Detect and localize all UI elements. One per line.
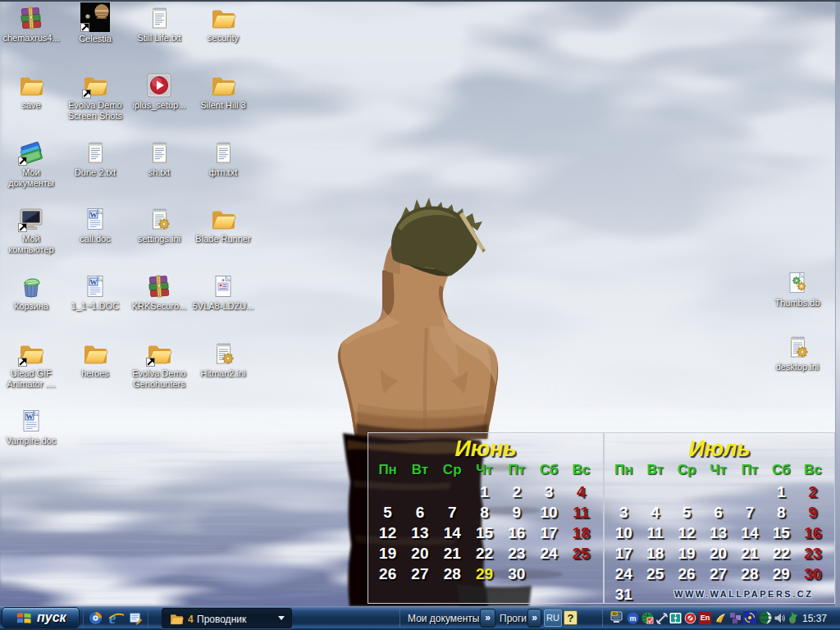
svg-text:m: m — [629, 614, 636, 623]
svg-text:99: 99 — [612, 611, 617, 616]
